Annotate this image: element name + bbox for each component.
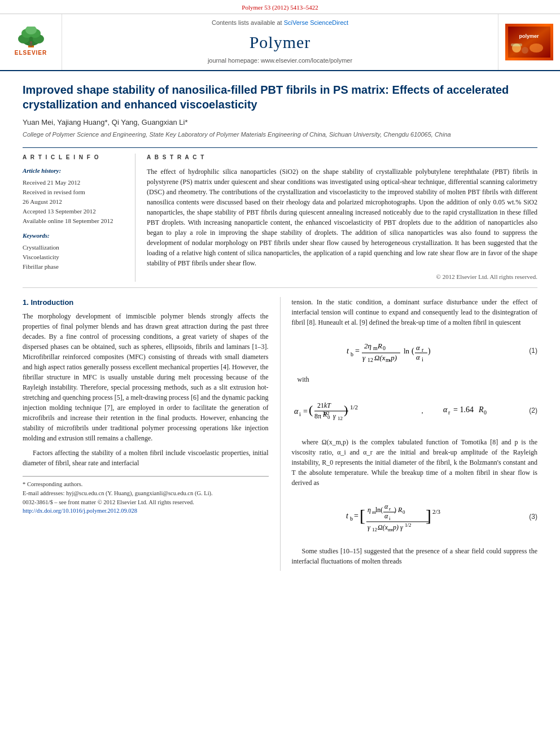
footnote-issn: 0032-3861/$ – see front matter © 2012 El… [23, 498, 269, 507]
received-date: Received 21 May 2012 [23, 178, 127, 187]
equation2b-formula: α r = 1.64 R 0 [429, 396, 520, 425]
svg-text:m: m [373, 345, 378, 351]
svg-text:r: r [422, 347, 424, 353]
svg-text:[: [ [360, 506, 365, 525]
svg-text:α: α [443, 405, 448, 414]
equation2-formula: α i = ( 21 kT 8π R 0 3/2 γ [292, 392, 416, 429]
svg-text:,p): ,p) [389, 353, 397, 362]
svg-text:(: ( [412, 347, 414, 356]
svg-text:i: i [299, 411, 301, 417]
intro-para2: Factors affecting the stability of a mol… [23, 448, 269, 468]
sciverse-anchor[interactable]: SciVerse ScienceDirect [284, 19, 348, 26]
svg-text:b: b [350, 516, 353, 522]
sciverse-prefix: Contents lists available at [212, 19, 282, 26]
svg-text:]: ] [426, 506, 431, 525]
svg-text:η: η [368, 506, 371, 514]
svg-text:Ω(x: Ω(x [374, 353, 386, 362]
eq2-intro: where Ω(x_m,p) is the complex tabulated … [292, 437, 538, 488]
svg-text:α: α [384, 512, 388, 520]
body-col-left: 1. Introduction The morphology developme… [23, 297, 269, 571]
svg-text:): ) [344, 403, 348, 417]
svg-text:,p): ,p) [391, 523, 399, 531]
svg-text:1/2: 1/2 [350, 404, 358, 410]
svg-text:t: t [346, 512, 349, 520]
right-col-para1: tension. In the static condition, a domi… [292, 297, 538, 327]
svg-text:γ: γ [333, 412, 336, 420]
svg-text:i: i [422, 356, 423, 362]
copyright-text: © 2012 Elsevier Ltd. All rights reserved… [147, 273, 537, 282]
equation1-number: (1) [520, 346, 537, 356]
svg-text:r: r [389, 506, 391, 512]
svg-text:2/3: 2/3 [432, 508, 441, 515]
sciverse-link: Contents lists available at SciVerse Sci… [212, 19, 348, 28]
citation-text: Polymer 53 (2012) 5413–5422 [242, 4, 318, 11]
equation1-formula: t b = 2η m R 0 γ 12 Ω(x m [292, 335, 521, 366]
svg-text:Ω(x: Ω(x [378, 523, 388, 531]
svg-text:): ) [428, 347, 431, 356]
svg-text:): ) [394, 506, 396, 514]
section1-title: 1. Introduction [23, 297, 269, 308]
svg-text:0: 0 [403, 509, 405, 515]
keywords-title: Keywords: [23, 231, 127, 241]
svg-text:12: 12 [338, 416, 343, 421]
equation1-block: t b = 2η m R 0 γ 12 Ω(x m [292, 333, 538, 369]
svg-text:t: t [347, 347, 349, 355]
article-content: Improved shape stability of nanosilica-f… [0, 71, 560, 582]
svg-text:12: 12 [368, 357, 373, 363]
article-title: Improved shape stability of nanosilica-f… [23, 82, 537, 112]
article-affiliation: College of Polymer Science and Engineeri… [23, 130, 537, 139]
svg-text:α: α [384, 503, 388, 510]
svg-text:=: = [355, 347, 360, 355]
available-date: Available online 18 September 2012 [23, 216, 127, 226]
svg-text:kT: kT [324, 401, 331, 409]
svg-text:(: ( [309, 403, 313, 417]
footnote-area: * Corresponding authors. E-mail addresse… [23, 476, 269, 516]
abstract-title: A B S T R A C T [147, 154, 537, 162]
svg-text:0: 0 [383, 345, 386, 351]
svg-point-14 [530, 43, 543, 53]
page-wrapper: Polymer 53 (2012) 5413–5422 ELSEVIER [0, 0, 560, 582]
svg-text:= 1.64: = 1.64 [453, 405, 474, 414]
svg-text:r: r [448, 409, 450, 416]
svg-text:12: 12 [372, 527, 377, 532]
info-section: A R T I C L E I N F O Article history: R… [23, 147, 537, 287]
svg-point-7 [30, 41, 32, 43]
equation3-number: (3) [520, 512, 537, 522]
keywords-block: Keywords: Crystallization Viscoelasticit… [23, 231, 127, 272]
eq1-label: with [298, 374, 538, 385]
equation3-svg: t b = [ η m ln( α r α [344, 496, 468, 538]
journal-title: Polymer [250, 30, 311, 55]
svg-text:ln: ln [404, 347, 410, 355]
svg-text:α: α [416, 353, 421, 361]
svg-text:0: 0 [484, 409, 487, 416]
svg-text:2η: 2η [364, 342, 371, 350]
svg-text:γ: γ [400, 523, 403, 531]
svg-text:γ: γ [368, 523, 370, 531]
svg-text:i: i [389, 516, 391, 521]
article-info-title: A R T I C L E I N F O [23, 154, 127, 162]
equation2-number: (2) [520, 405, 537, 416]
eq3-intro: Some studies [10–15] suggested that the … [292, 546, 538, 566]
doi-link[interactable]: http://dx.doi.org/10.1016/j.polymer.2012… [23, 508, 137, 514]
equation1-svg: t b = 2η m R 0 γ 12 Ω(x m [344, 335, 468, 366]
column-divider [280, 297, 281, 571]
svg-text:R: R [478, 405, 484, 414]
journal-citation: Polymer 53 (2012) 5413–5422 [0, 0, 560, 14]
article-info-left: A R T I C L E I N F O Article history: R… [23, 154, 135, 281]
svg-text:γ: γ [362, 353, 366, 362]
keyword2: Viscoelasticity [23, 252, 127, 262]
svg-text:ln(: ln( [375, 506, 383, 514]
body-col-right: tension. In the static condition, a domi… [292, 297, 538, 571]
equation3-formula: t b = [ η m ln( α r α [292, 496, 521, 538]
journal-center: Contents lists available at SciVerse Sci… [62, 14, 498, 70]
svg-text:R: R [377, 342, 382, 350]
footnote-doi: http://dx.doi.org/10.1016/j.polymer.2012… [23, 506, 269, 516]
svg-rect-10 [508, 27, 550, 58]
svg-text:3/2: 3/2 [323, 410, 330, 416]
elsevier-label: ELSEVIER [15, 49, 47, 58]
equation2b-svg: α r = 1.64 R 0 [441, 396, 509, 425]
svg-point-13 [522, 47, 528, 54]
journal-header: ELSEVIER Contents lists available at Sci… [0, 14, 560, 71]
journal-homepage: journal homepage: www.elsevier.com/locat… [208, 56, 352, 65]
svg-text:b: b [351, 351, 353, 357]
